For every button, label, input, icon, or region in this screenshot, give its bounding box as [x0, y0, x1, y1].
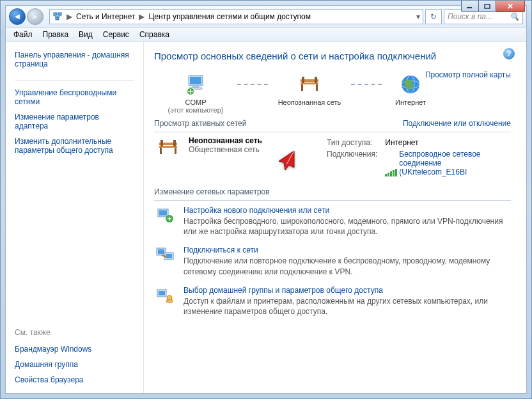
connect-network-desc: Подключение или повторное подключение к …	[184, 256, 511, 276]
svg-rect-23	[160, 140, 163, 146]
help-icon[interactable]: ?	[503, 48, 515, 59]
svg-rect-24	[173, 140, 176, 146]
close-button[interactable]: ✕	[496, 1, 525, 12]
svg-rect-14	[302, 77, 304, 83]
node-internet-label: Интернет	[382, 98, 439, 106]
nav-forward-button: ►	[27, 8, 43, 25]
active-networks-header: Просмотр активных сетей	[154, 119, 246, 128]
search-icon: 🔍	[510, 12, 519, 21]
svg-rect-33	[159, 291, 165, 295]
svg-rect-35	[166, 300, 173, 302]
network-type[interactable]: Общественная сеть	[189, 145, 262, 154]
homegroup-desc: Доступ к файлам и принтерам, расположенн…	[184, 296, 511, 317]
connection-link[interactable]: Беспроводное сетевое соединение (UKrtele…	[385, 149, 495, 177]
connection-line-icon	[237, 70, 268, 98]
node-unknown-label: Неопознанная сеть	[268, 98, 351, 106]
page-title: Просмотр основных сведений о сети и наст…	[154, 51, 511, 61]
search-placeholder: Поиск в па...	[448, 12, 492, 21]
menu-bar: Файл Правка Вид Сервис Справка	[6, 27, 526, 42]
svg-rect-13	[316, 84, 318, 91]
see-also-label: См. также	[15, 328, 134, 337]
sidebar-firewall-link[interactable]: Брандмауэр Windows	[15, 343, 134, 355]
svg-rect-26	[159, 210, 167, 215]
connect-network-icon	[154, 246, 176, 265]
access-type-label: Тип доступа:	[327, 137, 384, 148]
svg-rect-31	[166, 254, 172, 258]
new-connection-icon	[154, 206, 176, 225]
connect-disconnect-link[interactable]: Подключение или отключение	[403, 119, 511, 128]
computer-icon	[154, 70, 237, 98]
menu-file[interactable]: Файл	[8, 29, 38, 40]
chevron-down-icon[interactable]: ▾	[416, 12, 420, 21]
svg-rect-6	[190, 77, 201, 84]
sidebar-browser-link[interactable]: Свойства браузера	[15, 374, 134, 386]
svg-rect-21	[160, 148, 162, 154]
sidebar-sharing-link[interactable]: Изменить дополнительные параметры общего…	[15, 136, 134, 156]
svg-rect-3	[58, 13, 61, 15]
menu-help[interactable]: Справка	[134, 29, 175, 40]
crumb-page[interactable]: Центр управления сетями и общим доступом	[148, 12, 311, 21]
sidebar-adapter-link[interactable]: Изменение параметров адаптера	[15, 111, 134, 132]
connection-name: Беспроводное сетевое соединение (UKrtele…	[399, 150, 489, 176]
address-bar: ◄ ► ▶ Сеть и Интернет ▶ Центр управления…	[6, 6, 526, 27]
svg-rect-2	[54, 13, 57, 15]
svg-rect-15	[315, 77, 317, 83]
content-area: ? Просмотр основных сведений о сети и на…	[144, 42, 526, 393]
maximize-button[interactable]	[478, 1, 496, 12]
sidebar: Панель управления - домашняя страница Уп…	[6, 42, 144, 393]
svg-rect-12	[301, 84, 303, 91]
connection-line-icon	[351, 70, 382, 98]
menu-edit[interactable]: Правка	[38, 29, 74, 40]
new-connection-link[interactable]: Настройка нового подключения или сети	[184, 206, 329, 215]
bench-icon	[268, 70, 351, 98]
sidebar-wireless-link[interactable]: Управление беспроводными сетями	[15, 87, 134, 107]
homegroup-link[interactable]: Выбор домашней группы и параметров общег…	[184, 286, 383, 295]
node-comp-sub: (этот компьютер)	[154, 106, 237, 114]
new-connection-desc: Настройка беспроводного, широкополосного…	[184, 216, 511, 237]
chevron-right-icon: ▶	[66, 12, 72, 21]
connect-network-link[interactable]: Подключиться к сети	[184, 246, 258, 254]
connections-label: Подключения:	[327, 149, 384, 177]
minimize-button[interactable]	[461, 1, 479, 12]
menu-service[interactable]: Сервис	[98, 29, 134, 40]
svg-rect-1	[485, 4, 490, 8]
nav-back-button[interactable]: ◄	[9, 8, 26, 25]
network-icon	[52, 12, 63, 22]
svg-rect-0	[467, 7, 472, 8]
svg-rect-22	[175, 148, 176, 154]
menu-view[interactable]: Вид	[74, 29, 98, 40]
node-comp-label: COMP	[154, 98, 237, 106]
refresh-button[interactable]: ↻	[425, 9, 442, 24]
breadcrumb[interactable]: ▶ Сеть и Интернет ▶ Центр управления сет…	[49, 9, 423, 24]
access-type-value: Интернет	[385, 137, 495, 148]
sidebar-homegroup-link[interactable]: Домашняя группа	[15, 359, 134, 370]
svg-rect-29	[158, 249, 164, 254]
control-panel-home-link[interactable]: Панель управления - домашняя страница	[15, 49, 134, 70]
network-name: Неопознанная сеть	[189, 136, 262, 145]
full-map-link[interactable]: Просмотр полной карты	[425, 70, 511, 79]
bench-icon	[154, 136, 182, 159]
change-settings-header: Изменение сетевых параметров	[154, 187, 511, 196]
signal-icon	[385, 169, 397, 176]
chevron-right-icon: ▶	[139, 12, 145, 21]
homegroup-icon	[154, 286, 176, 305]
crumb-category[interactable]: Сеть и Интернет	[76, 12, 135, 21]
